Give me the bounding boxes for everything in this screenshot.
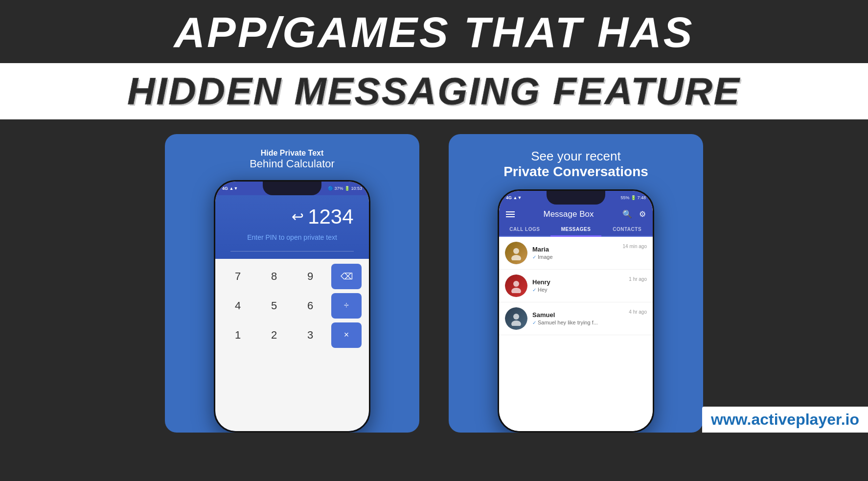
right-phone-mockup: 4G ▲▼ 55% 🔋 7:48 Message Box: [498, 189, 654, 433]
calc-divider: [230, 251, 353, 252]
phone-notch-left: [263, 182, 321, 195]
settings-icon[interactable]: ⚙: [639, 209, 646, 219]
left-card-description: Hide Private Text Behind Calculator: [250, 149, 335, 170]
key-4[interactable]: 4: [223, 293, 253, 319]
avatar-henry: [505, 275, 527, 297]
contact-name-maria: Maria: [532, 246, 623, 253]
tab-messages[interactable]: MESSAGES: [550, 223, 602, 237]
avatar-samuel: [505, 307, 527, 330]
calc-keypad: 7 8 9 ⌫ 4 5 6 ÷ 1 2: [215, 259, 369, 431]
left-desc-main: Hide Private Text: [250, 149, 335, 158]
msg-preview-maria: ✓ Image: [532, 254, 623, 260]
msg-text-henry: Hey: [538, 287, 548, 293]
watermark-badge: www.activeplayer.io: [702, 407, 868, 433]
calc-row-3: 1 2 3 ×: [223, 322, 362, 348]
key-divide[interactable]: ÷: [331, 293, 362, 319]
msg-info-maria: Maria ✓ Image: [532, 246, 623, 260]
right-phone-card: See your recent Private Conversations 4G…: [449, 134, 703, 433]
watermark-text: www.activeplayer.io: [711, 411, 859, 428]
left-desc-bold: Hide Private Text: [261, 149, 324, 157]
avatar-maria: [505, 242, 527, 264]
status-battery-right: 55% 🔋 7:48: [620, 195, 646, 200]
left-phone-mockup: 4G ▲▼ 🔵 37% 🔋 10:53 ↪ 1234 Enter PIN to …: [214, 180, 370, 433]
msg-text-maria: Image: [538, 254, 553, 260]
check-icon-henry: ✓: [532, 287, 536, 293]
svg-point-1: [511, 255, 521, 260]
status-left-right: 4G ▲▼: [506, 195, 522, 200]
key-5[interactable]: 5: [259, 293, 289, 319]
tab-call-logs[interactable]: CALL LOGS: [499, 223, 550, 236]
top-banner: APP/GAMES THAT HAS: [0, 0, 868, 63]
status-left-info: 4G ▲▼: [222, 186, 238, 191]
msg-preview-henry: ✓ Hey: [532, 287, 629, 293]
svg-point-2: [513, 281, 519, 287]
left-phone-card: Hide Private Text Behind Calculator 4G ▲…: [165, 134, 419, 433]
msg-preview-samuel: ✓ Samuel hey like trying f...: [532, 320, 629, 325]
msg-info-henry: Henry ✓ Hey: [532, 278, 629, 293]
message-list: Maria ✓ Image 14 min ago: [499, 237, 653, 431]
message-item-maria[interactable]: Maria ✓ Image 14 min ago: [499, 237, 653, 270]
maria-avatar-svg: [509, 246, 524, 260]
key-8[interactable]: 8: [259, 264, 289, 289]
msg-app-header: Message Box 🔍 ⚙: [499, 205, 653, 223]
left-desc-sub: Behind Calculator: [250, 158, 335, 170]
calc-row-2: 4 5 6 ÷: [223, 293, 362, 319]
status-network-right: 4G ▲▼: [506, 195, 522, 200]
status-right-right: 55% 🔋 7:48: [620, 195, 646, 200]
svg-point-3: [511, 288, 521, 293]
message-item-samuel[interactable]: Samuel ✓ Samuel hey like trying f... 4 h…: [499, 302, 653, 335]
message-item-henry[interactable]: Henry ✓ Hey 1 hr ago: [499, 270, 653, 302]
right-card-description: See your recent Private Conversations: [503, 149, 648, 180]
key-multiply[interactable]: ×: [331, 322, 362, 348]
svg-point-0: [513, 248, 519, 254]
check-icon-maria: ✓: [532, 254, 536, 260]
key-7[interactable]: 7: [223, 264, 253, 289]
status-network: 4G ▲▼: [222, 186, 238, 191]
key-3[interactable]: 3: [295, 322, 325, 348]
key-2[interactable]: 2: [259, 322, 289, 348]
calc-row-1: 7 8 9 ⌫: [223, 264, 362, 289]
key-9[interactable]: 9: [295, 264, 325, 289]
check-icon-samuel: ✓: [532, 320, 536, 325]
pin-display: ↪ 1234: [230, 205, 353, 229]
phone-notch-right: [547, 191, 605, 205]
tab-contacts[interactable]: CONTACTS: [601, 223, 653, 236]
msg-title-row: Message Box 🔍 ⚙: [506, 209, 646, 219]
msg-time-maria: 14 min ago: [623, 244, 647, 249]
app-title: Message Box: [544, 209, 594, 219]
msg-tabs-bar: CALL LOGS MESSAGES CONTACTS: [499, 223, 653, 237]
right-desc-see: See your recent: [503, 149, 648, 164]
henry-avatar-svg: [509, 278, 524, 293]
headline-line1: APP/GAMES THAT HAS: [10, 9, 858, 56]
message-box-app: Message Box 🔍 ⚙ CALL LOGS MESSAGES CONTA…: [499, 205, 653, 431]
headline-line2: HIDDEN MESSAGING FEATURE: [10, 69, 858, 114]
key-1[interactable]: 1: [223, 322, 253, 348]
app-action-icons: 🔍 ⚙: [622, 209, 646, 219]
right-phone-screen: 4G ▲▼ 55% 🔋 7:48 Message Box: [499, 191, 653, 431]
key-backspace[interactable]: ⌫: [331, 264, 362, 289]
msg-time-henry: 1 hr ago: [629, 276, 647, 282]
status-time: 🔵 37% 🔋 10:53: [328, 186, 362, 191]
bottom-section: Hide Private Text Behind Calculator 4G ▲…: [0, 119, 868, 433]
msg-time-samuel: 4 hr ago: [629, 309, 647, 315]
calculator-screen: ↪ 1234 Enter PIN to open private text 7 …: [215, 195, 369, 431]
right-desc-bold: Private Conversations: [503, 164, 648, 180]
contact-name-henry: Henry: [532, 278, 629, 286]
hamburger-menu-icon[interactable]: [506, 211, 515, 217]
msg-text-samuel: Samuel hey like trying f...: [538, 320, 598, 325]
key-6[interactable]: 6: [295, 293, 325, 319]
middle-banner: HIDDEN MESSAGING FEATURE: [0, 63, 868, 119]
search-icon[interactable]: 🔍: [622, 209, 632, 219]
pin-number: 1234: [308, 205, 353, 229]
svg-point-4: [513, 314, 519, 320]
svg-point-5: [511, 321, 521, 326]
arrow-icon: ↪: [292, 208, 304, 225]
pin-hint: Enter PIN to open private text: [247, 233, 337, 241]
left-phone-screen: 4G ▲▼ 🔵 37% 🔋 10:53 ↪ 1234 Enter PIN to …: [215, 182, 369, 431]
status-right-info: 🔵 37% 🔋 10:53: [328, 186, 362, 191]
samuel-avatar-svg: [509, 311, 524, 326]
contact-name-samuel: Samuel: [532, 311, 629, 319]
msg-info-samuel: Samuel ✓ Samuel hey like trying f...: [532, 311, 629, 325]
